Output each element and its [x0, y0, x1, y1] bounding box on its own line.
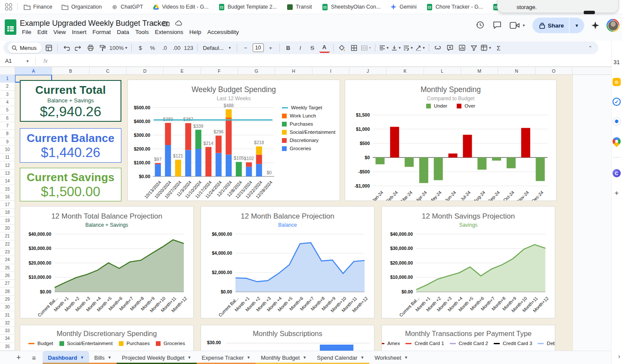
text-color-icon[interactable]: A: [319, 43, 330, 53]
row-header-6[interactable]: 6: [0, 114, 15, 122]
calendar-icon[interactable]: 31: [613, 58, 621, 66]
maps-icon[interactable]: [611, 136, 622, 147]
sheet-tab-dashboard[interactable]: Dashboard▼: [43, 351, 89, 364]
bookmark-organization[interactable]: Organization: [62, 3, 102, 10]
insert-comment-icon[interactable]: [445, 43, 455, 53]
vertical-align-icon[interactable]: ▼: [391, 43, 401, 53]
menu-view[interactable]: View: [50, 28, 69, 36]
fill-color-icon[interactable]: [337, 43, 347, 53]
move-folder-icon[interactable]: [163, 21, 170, 26]
cloud-status-icon[interactable]: [175, 21, 183, 26]
contacts-icon[interactable]: ⚉: [613, 117, 621, 126]
row-header-18[interactable]: 18: [0, 209, 15, 216]
row-header-7[interactable]: 7: [0, 122, 15, 130]
row-header-15[interactable]: 15: [0, 185, 15, 193]
menu-extensions[interactable]: Extensions: [152, 28, 186, 36]
row-header-9[interactable]: 9: [0, 138, 15, 146]
sheet-tab-projected-weekly-budget[interactable]: Projected Weekly Budget▼: [117, 351, 197, 364]
chart-monthly-transactions-per-payment-type[interactable]: Monthly Transactions per Payment Type Am…: [381, 325, 555, 351]
column-header-c[interactable]: C: [90, 67, 127, 74]
bookmark-sheetsbyolan-con[interactable]: SheetsbyOlan Con...: [322, 3, 381, 10]
meet-caret-icon[interactable]: ▼: [522, 24, 526, 28]
sheet-tab-expense-tracker[interactable]: Expense Tracker▼: [197, 351, 256, 364]
collapse-toolbar-icon[interactable]: ⌃: [588, 45, 592, 51]
column-header-h[interactable]: H: [275, 67, 312, 74]
notification-popup[interactable]: storage.: [497, 0, 619, 13]
menu-data[interactable]: Data: [114, 28, 133, 36]
row-header-29[interactable]: 29: [0, 296, 15, 303]
row-header-25[interactable]: 25: [0, 264, 15, 272]
sheet-tab-spend-calendar[interactable]: Spend Calendar▼: [312, 351, 369, 364]
menu-help[interactable]: Help: [186, 28, 204, 36]
row-header-22[interactable]: 22: [0, 241, 15, 248]
row-header-32[interactable]: 32: [0, 319, 15, 327]
sheet-tab-caret-icon[interactable]: ▼: [360, 355, 364, 360]
column-header-a[interactable]: A: [15, 67, 52, 74]
chart-12-month-savings-projection[interactable]: 12 Month Savings Projection Savings $0.0…: [381, 206, 555, 318]
show-side-panel-icon[interactable]: ›: [618, 353, 620, 360]
text-rotation-icon[interactable]: ▼: [415, 43, 425, 53]
bookmark-finance[interactable]: Finance: [24, 3, 52, 10]
menu-file[interactable]: File: [19, 28, 34, 36]
font-size-input[interactable]: 10: [253, 43, 264, 52]
bookmark-gemini[interactable]: Gemini: [390, 3, 417, 10]
column-header-j[interactable]: J: [350, 67, 387, 74]
column-header-o[interactable]: O: [535, 67, 572, 74]
decrease-font-size-button[interactable]: −: [241, 43, 251, 53]
tasks-icon[interactable]: ✓: [613, 98, 621, 106]
row-header-26[interactable]: 26: [0, 272, 15, 280]
keep-icon[interactable]: ◍: [613, 78, 621, 86]
sheet-tab-caret-icon[interactable]: ▼: [303, 355, 306, 360]
italic-icon[interactable]: I: [295, 43, 306, 53]
menu-edit[interactable]: Edit: [34, 28, 50, 36]
decrease-decimal-icon[interactable]: .0: [159, 43, 170, 53]
bookmark-budget-template-2[interactable]: Budget Template 2...: [218, 3, 277, 10]
gemini-sparkle-icon[interactable]: [591, 21, 600, 30]
notification-button[interactable]: [584, 11, 595, 14]
sheet-tab-worksheet[interactable]: Worksheet▼: [369, 351, 413, 364]
share-button[interactable]: Share ▼: [532, 18, 584, 33]
row-header-30[interactable]: 30: [0, 303, 15, 311]
sheet-tab-bills[interactable]: Bills▼: [89, 351, 117, 364]
sheet-canvas[interactable]: Current Total Balance + Savings $2,940.2…: [15, 75, 611, 351]
redo-icon[interactable]: [73, 43, 84, 53]
sheet-tab-caret-icon[interactable]: ▼: [108, 355, 111, 360]
row-header-34[interactable]: 34: [0, 335, 15, 342]
insert-link-icon[interactable]: [433, 43, 443, 53]
chart-monthly-subscriptions[interactable]: Monthly Subscriptions $30.00: [201, 325, 374, 351]
sheet-tab-caret-icon[interactable]: ▼: [404, 355, 408, 360]
undo-icon[interactable]: [61, 43, 71, 53]
menu-accessibility[interactable]: Accessibility: [204, 28, 242, 36]
menu-tools[interactable]: Tools: [132, 28, 152, 36]
insert-chart-icon[interactable]: [457, 43, 467, 53]
row-header-31[interactable]: 31: [0, 311, 15, 319]
all-sheets-icon[interactable]: ≡: [32, 354, 36, 361]
row-header-5[interactable]: 5: [0, 106, 15, 114]
row-header-16[interactable]: 16: [0, 193, 15, 201]
sheet-tab-caret-icon[interactable]: ▼: [247, 355, 251, 360]
user-avatar[interactable]: [607, 19, 619, 32]
meet-video-icon[interactable]: [510, 22, 520, 29]
row-header-23[interactable]: 23: [0, 248, 15, 256]
row-header-11[interactable]: 11: [0, 154, 15, 161]
row-header-8[interactable]: 8: [0, 130, 15, 138]
row-header-33[interactable]: 33: [0, 327, 15, 335]
grid-corner[interactable]: [0, 67, 15, 75]
strikethrough-icon[interactable]: S: [307, 43, 318, 53]
row-header-19[interactable]: 19: [0, 217, 15, 225]
row-header-24[interactable]: 24: [0, 256, 15, 264]
pivot-table-icon[interactable]: ▼: [481, 43, 492, 53]
row-header-17[interactable]: 17: [0, 201, 15, 209]
column-header-n[interactable]: N: [498, 67, 535, 74]
format-percent-icon[interactable]: %: [147, 43, 158, 53]
document-title[interactable]: Example Upgraded Weekly Budget Tracker: [20, 19, 168, 28]
tables-icon[interactable]: [43, 43, 54, 53]
menu-insert[interactable]: Insert: [69, 28, 90, 36]
horizontal-align-icon[interactable]: ▼: [379, 43, 389, 53]
text-wrap-icon[interactable]: ▼: [403, 43, 413, 53]
column-header-l[interactable]: L: [424, 67, 461, 74]
chart-12-month-balance-projection[interactable]: 12 Month Balance Projection Balance $0.0…: [201, 206, 374, 318]
column-header-e[interactable]: E: [164, 67, 201, 74]
sheet-tab-monthly-budget[interactable]: Monthly Budget▼: [256, 351, 312, 364]
row-header-27[interactable]: 27: [0, 280, 15, 287]
